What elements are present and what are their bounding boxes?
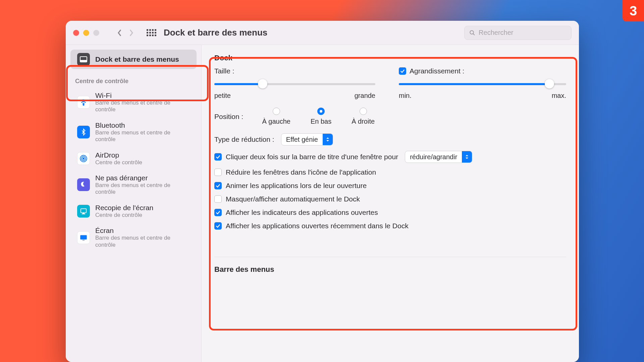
window-controls [73, 30, 99, 36]
close-button[interactable] [73, 30, 79, 36]
sidebar-item-sub: Barre des menus et centre de contrôle [95, 235, 191, 248]
toolbar: Dock et barre des menus [66, 21, 579, 45]
minimize-button[interactable] [83, 30, 89, 36]
sidebar-item-label: Bluetooth [95, 121, 191, 129]
magnification-slider[interactable] [399, 79, 566, 88]
sidebar-item-label: Wi-Fi [95, 92, 191, 100]
svg-rect-8 [80, 235, 87, 239]
chevron-updown-icon [323, 134, 333, 145]
screen-mirror-icon [77, 205, 90, 218]
forward-button [125, 27, 137, 39]
magnification-min-label: min. [399, 92, 412, 100]
svg-rect-7 [81, 209, 87, 213]
step-badge: 3 [623, 0, 644, 21]
recent-checkbox[interactable] [214, 222, 222, 230]
magnification-checkbox[interactable] [399, 67, 406, 75]
size-slider[interactable] [214, 79, 375, 88]
sidebar-item-sub: Barre des menus et centre de contrôle [95, 182, 191, 196]
sidebar-item-sub: Barre des menus et centre de contrôle [95, 100, 191, 113]
position-label: Position : [214, 113, 243, 121]
animate-checkbox[interactable] [214, 182, 222, 189]
sidebar-item-label: Écran [95, 227, 191, 235]
prefs-window: Dock et barre des menus Dock et barre de… [66, 21, 579, 362]
zoom-button [93, 30, 99, 36]
animate-label: Animer les applications lors de leur ouv… [226, 182, 367, 190]
section-heading-dock: Dock [214, 54, 566, 62]
doubleclick-select-value: réduire/agrandir [405, 153, 462, 161]
chevron-updown-icon [462, 151, 472, 163]
dock-icon [77, 53, 90, 66]
autohide-label: Masquer/afficher automatiquement le Dock [226, 195, 360, 203]
doubleclick-select[interactable]: réduire/agrandir [405, 151, 472, 163]
sidebar-item-screen-mirror[interactable]: Recopie de l'écranCentre de contrôle [70, 200, 197, 222]
sidebar-item-wifi[interactable]: Wi-FiBarre des menus et centre de contrô… [70, 88, 197, 117]
magnification-label: Agrandissement : [410, 67, 464, 75]
doubleclick-checkbox[interactable] [214, 153, 222, 161]
size-min-label: petite [214, 92, 231, 100]
position-option-label: À gauche [262, 118, 290, 125]
sidebar-section-title: Centre de contrôle [66, 70, 201, 87]
sidebar-item-dnd[interactable]: Ne pas dérangerBarre des menus et centre… [70, 171, 197, 199]
minimize-into-icon-label: Réduire les fenêtres dans l'icône de l'a… [226, 168, 376, 176]
doubleclick-label: Cliquer deux fois sur la barre de titre … [226, 153, 398, 161]
svg-point-6 [83, 158, 84, 159]
sidebar-item-display[interactable]: ÉcranBarre des menus et centre de contrô… [70, 223, 197, 252]
section-heading-menubar: Barre des menus [214, 257, 566, 274]
back-button[interactable] [114, 27, 125, 39]
position-option-label: À droite [352, 118, 375, 125]
minimize-select-value: Effet génie [281, 136, 323, 143]
magnification-max-label: max. [552, 92, 566, 100]
search-field[interactable] [464, 26, 572, 40]
size-label: Taille : [214, 67, 375, 75]
minimize-label: Type de réduction : [214, 135, 274, 143]
position-option-label: En bas [311, 118, 331, 125]
sidebar-item-bluetooth[interactable]: BluetoothBarre des menus et centre de co… [70, 118, 197, 146]
search-input[interactable] [479, 29, 567, 37]
wifi-icon [77, 96, 90, 109]
content-pane: Dock Taille : petite grande [202, 45, 579, 362]
sidebar-item-label: Ne pas déranger [95, 174, 191, 182]
sidebar-item-sub: Centre de contrôle [95, 159, 142, 166]
position-radio-right[interactable] [360, 108, 367, 115]
svg-rect-2 [80, 60, 87, 62]
sidebar: Dock et barre des menus Centre de contrô… [66, 45, 202, 362]
sidebar-item-airdrop[interactable]: AirDropCentre de contrôle [70, 148, 197, 169]
bluetooth-icon [77, 126, 90, 138]
indicators-label: Afficher les indicateurs des application… [226, 208, 378, 217]
moon-icon [77, 178, 90, 191]
position-radio-left[interactable] [273, 108, 280, 115]
minimize-select[interactable]: Effet génie [281, 133, 333, 145]
autohide-checkbox[interactable] [214, 195, 222, 203]
window-title: Dock et barre des menus [164, 27, 267, 38]
position-radio-bottom[interactable] [317, 108, 325, 115]
minimize-into-icon-checkbox[interactable] [214, 169, 222, 176]
size-max-label: grande [355, 92, 375, 100]
airdrop-icon [77, 152, 90, 165]
show-all-button[interactable] [146, 27, 157, 39]
svg-point-3 [83, 105, 84, 106]
sidebar-item-label: AirDrop [95, 151, 142, 159]
indicators-checkbox[interactable] [214, 209, 222, 216]
sidebar-item-dock[interactable]: Dock et barre des menus [70, 50, 197, 69]
display-icon [77, 231, 90, 244]
sidebar-item-sub: Centre de contrôle [95, 212, 153, 219]
sidebar-item-label: Dock et barre des menus [95, 55, 179, 63]
sidebar-item-label: Recopie de l'écran [95, 204, 153, 212]
svg-point-0 [470, 31, 474, 34]
svg-rect-9 [83, 240, 85, 240]
sidebar-item-sub: Barre des menus et centre de contrôle [95, 129, 191, 143]
recent-label: Afficher les applications ouvertes récem… [226, 222, 409, 230]
